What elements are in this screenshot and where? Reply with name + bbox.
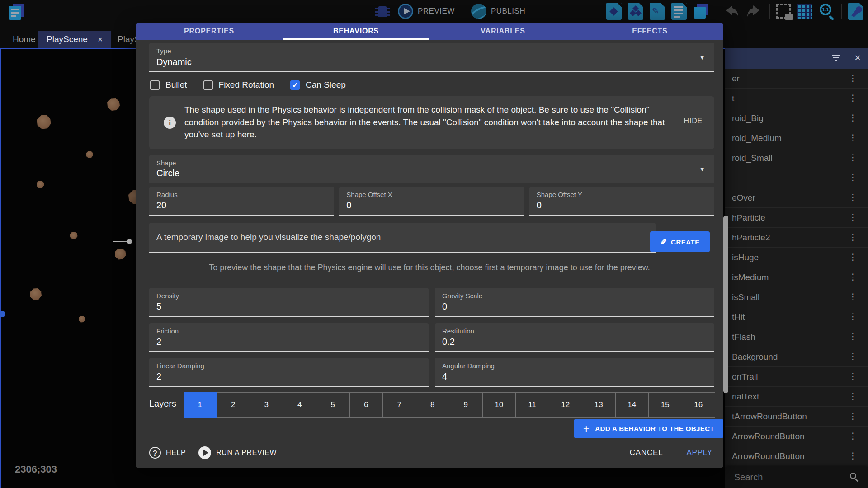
shape-offset-y-field[interactable]: Shape Offset Y 0 [529, 187, 714, 216]
object-list-item[interactable]: ArrowRoundButton ⋮ [725, 427, 868, 446]
deselect-instances-icon[interactable] [776, 4, 791, 19]
zoom-original-icon[interactable]: 1:1 [819, 3, 835, 20]
objects-groups-icon[interactable] [628, 3, 643, 20]
kebab-menu-icon[interactable]: ⋮ [849, 73, 857, 83]
scene-properties-wrench-icon[interactable] [848, 3, 863, 20]
publish-button[interactable]: PUBLISH [491, 7, 525, 16]
dialog-scrollbar[interactable] [723, 216, 728, 393]
close-panel-icon[interactable]: × [854, 52, 861, 64]
object-list-item[interactable]: roid_Big ⋮ [725, 108, 868, 128]
redo-icon[interactable] [746, 4, 763, 19]
object-list-item[interactable]: ArrowRoundButton ⋮ [725, 446, 868, 466]
object-list-item[interactable]: ⋮ [725, 168, 868, 188]
temp-image-field[interactable]: A temporary image to help you visualize … [149, 223, 656, 253]
object-list-item[interactable]: hParticle2 ⋮ [725, 228, 868, 248]
layer-button[interactable]: 1 [184, 392, 217, 418]
kebab-menu-icon[interactable]: ⋮ [849, 252, 857, 262]
close-tab-icon[interactable]: × [98, 34, 103, 45]
edit-scene-icon[interactable]: ✎ [650, 3, 665, 20]
tab-playscene[interactable]: PlayScene × [38, 31, 111, 48]
object-list-item[interactable]: isMedium ⋮ [725, 267, 868, 287]
undo-icon[interactable] [722, 4, 740, 19]
object-list-item[interactable]: roid_Medium ⋮ [725, 128, 868, 148]
dialog-tab[interactable]: PROPERTIES [136, 23, 283, 40]
object-list-item[interactable]: eOver ⋮ [725, 188, 868, 208]
layer-button[interactable]: 14 [616, 392, 649, 418]
dialog-tab[interactable]: VARIABLES [429, 23, 576, 40]
preview-play-icon[interactable] [398, 4, 413, 19]
checkbox[interactable]: ✓ Bullet [150, 80, 187, 90]
checkbox-box[interactable]: ✓ [203, 80, 213, 90]
create-button[interactable]: ✎ CREATE [650, 231, 710, 252]
asteroid-sprite[interactable] [30, 288, 42, 300]
kebab-menu-icon[interactable]: ⋮ [849, 132, 857, 143]
gravity-scale-field[interactable]: Gravity Scale 0 [435, 288, 714, 317]
apply-button[interactable]: APPLY [686, 448, 712, 457]
publish-globe-icon[interactable] [471, 4, 486, 19]
layer-button[interactable]: 15 [649, 392, 682, 418]
asteroid-sprite[interactable] [107, 98, 120, 111]
object-list-item[interactable]: roid_Small ⋮ [725, 148, 868, 168]
kebab-menu-icon[interactable]: ⋮ [849, 192, 857, 202]
object-list-item[interactable]: rialText ⋮ [725, 387, 868, 407]
object-list-item[interactable]: hParticle ⋮ [725, 208, 868, 228]
layer-button[interactable]: 9 [449, 392, 483, 418]
layer-button[interactable]: 11 [516, 392, 549, 418]
layer-button[interactable]: 3 [250, 392, 283, 418]
object-list-item[interactable]: tFlash ⋮ [725, 327, 868, 347]
asteroid-sprite[interactable] [37, 115, 51, 129]
kebab-menu-icon[interactable]: ⋮ [849, 212, 857, 222]
layer-button[interactable]: 2 [217, 392, 250, 418]
kebab-menu-icon[interactable]: ⋮ [849, 152, 857, 163]
run-preview-button[interactable]: RUN A PREVIEW [198, 446, 277, 459]
shape-select[interactable]: Shape Circle ▼ [149, 155, 714, 183]
object-list-item[interactable]: t ⋮ [725, 89, 868, 108]
layer-button[interactable]: 13 [582, 392, 616, 418]
layers-icon[interactable] [693, 3, 709, 20]
add-behavior-button[interactable]: + ADD A BEHAVIOR TO THE OBJECT [574, 419, 723, 438]
kebab-menu-icon[interactable]: ⋮ [849, 232, 857, 242]
friction-field[interactable]: Friction 2 [149, 323, 429, 352]
kebab-menu-icon[interactable]: ⋮ [849, 272, 857, 282]
debug-icon[interactable] [374, 4, 391, 19]
grid-icon[interactable] [797, 4, 812, 19]
object-list-item[interactable]: isHuge ⋮ [725, 248, 868, 267]
restitution-field[interactable]: Restitution 0.2 [435, 323, 714, 352]
kebab-menu-icon[interactable]: ⋮ [849, 113, 857, 123]
kebab-menu-icon[interactable]: ⋮ [849, 93, 857, 103]
radius-field[interactable]: Radius 20 [149, 187, 334, 216]
layer-button[interactable]: 8 [416, 392, 450, 418]
kebab-menu-icon[interactable]: ⋮ [849, 291, 857, 302]
layer-button[interactable]: 12 [549, 392, 583, 418]
checkbox[interactable]: ✓ Fixed Rotation [203, 80, 274, 90]
checkbox[interactable]: ✓ Can Sleep [290, 80, 346, 90]
canvas-edge-handle[interactable] [0, 311, 5, 317]
object-list-item[interactable]: onTrail ⋮ [725, 367, 868, 387]
angular-damping-field[interactable]: Angular Damping 4 [435, 358, 714, 387]
dialog-tab[interactable]: BEHAVIORS [283, 23, 429, 40]
preview-button[interactable]: PREVIEW [418, 7, 455, 16]
type-select[interactable]: Type Dynamic ▼ [149, 43, 714, 72]
layer-button[interactable]: 4 [283, 392, 317, 418]
project-manager-icon[interactable] [7, 3, 26, 23]
linear-damping-field[interactable]: Linear Damping 2 [149, 358, 429, 387]
instances-list-icon[interactable] [671, 3, 687, 20]
selection-handle-dot[interactable] [127, 239, 132, 244]
object-list-item[interactable]: tHit ⋮ [725, 307, 868, 327]
shape-offset-x-field[interactable]: Shape Offset X 0 [339, 187, 524, 216]
checkbox-box[interactable]: ✓ [290, 80, 300, 90]
filter-icon[interactable] [832, 55, 840, 63]
asteroid-sprite[interactable] [86, 151, 93, 158]
kebab-menu-icon[interactable]: ⋮ [849, 391, 857, 401]
hide-button[interactable]: HIDE [684, 117, 703, 125]
export-object-icon[interactable] [606, 3, 622, 20]
dialog-tab[interactable]: EFFECTS [576, 23, 723, 40]
object-list-item[interactable]: Background ⋮ [725, 347, 868, 367]
kebab-menu-icon[interactable]: ⋮ [849, 431, 857, 441]
layer-button[interactable]: 16 [682, 392, 716, 418]
cancel-button[interactable]: CANCEL [630, 448, 663, 457]
layer-button[interactable]: 6 [350, 392, 383, 418]
density-field[interactable]: Density 5 [149, 288, 429, 317]
asteroid-sprite[interactable] [115, 249, 126, 260]
kebab-menu-icon[interactable]: ⋮ [849, 411, 857, 421]
